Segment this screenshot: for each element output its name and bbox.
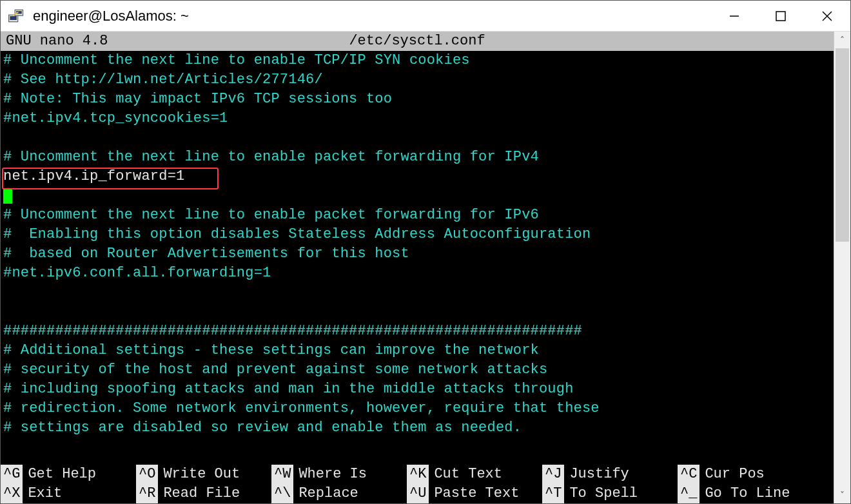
- nano-shortcut[interactable]: ^CCur Pos: [678, 465, 813, 484]
- window-controls: [711, 1, 850, 31]
- shortcut-label: Paste Text: [434, 484, 519, 503]
- client-area: GNU nano 4.8 /etc/sysctl.conf # Uncommen…: [1, 32, 850, 503]
- file-line: # Uncomment the next line to enable pack…: [1, 148, 834, 167]
- nano-header: GNU nano 4.8 /etc/sysctl.conf: [1, 32, 834, 51]
- putty-window: engineer@LosAlamos: ~ GNU nano 4.8 /etc/…: [0, 0, 851, 504]
- shortcut-key: ^U: [407, 484, 429, 503]
- file-line: # security of the host and prevent again…: [1, 360, 834, 380]
- shortcut-key: ^O: [136, 465, 158, 484]
- vertical-scrollbar[interactable]: ˄ ˅: [834, 32, 850, 503]
- file-line: # Note: This may impact IPv6 TCP session…: [1, 90, 834, 109]
- putty-icon: [7, 7, 25, 25]
- shortcut-key: ^G: [1, 465, 23, 484]
- nano-shortcut[interactable]: ^\Replace: [271, 484, 407, 503]
- file-line: # settings are disabled so review and en…: [1, 418, 834, 438]
- file-line: # Uncomment the next line to enable pack…: [1, 206, 834, 225]
- shortcut-key: ^X: [1, 484, 23, 503]
- shortcut-label: Cut Text: [434, 465, 502, 484]
- shortcut-label: Cur Pos: [705, 465, 764, 484]
- shortcut-key: ^J: [542, 465, 564, 484]
- cursor-icon: [3, 188, 12, 204]
- file-line: # Uncomment the next line to enable TCP/…: [1, 51, 834, 70]
- titlebar[interactable]: engineer@LosAlamos: ~: [1, 1, 850, 32]
- shortcut-label: Get Help: [28, 465, 96, 484]
- file-line: ########################################…: [1, 322, 834, 341]
- nano-shortcut[interactable]: ^UPaste Text: [407, 484, 542, 503]
- shortcut-label: Where Is: [298, 465, 367, 484]
- shortcut-label: To Spell: [569, 484, 638, 503]
- file-line-ipforward: net.ipv4.ip_forward=1: [1, 167, 834, 186]
- file-line: # Enabling this option disables Stateles…: [1, 225, 834, 244]
- shortcut-label: Go To Line: [705, 484, 790, 503]
- nano-shortcut[interactable]: ^KCut Text: [407, 465, 542, 484]
- nano-shortcut[interactable]: ^WWhere Is: [271, 465, 407, 484]
- nano-shortcut[interactable]: ^JJustify: [542, 465, 678, 484]
- file-line-blank: [1, 283, 834, 302]
- svg-rect-1: [10, 16, 17, 20]
- file-line: # including spoofing attacks and man in …: [1, 380, 834, 399]
- file-line: # Additional settings - these settings c…: [1, 341, 834, 360]
- shortcut-label: Replace: [298, 484, 358, 503]
- shortcut-label: Exit: [28, 484, 62, 503]
- file-line-blank: [1, 302, 834, 322]
- nano-filename: /etc/sysctl.conf: [1, 32, 834, 51]
- shortcut-key: ^C: [678, 465, 699, 484]
- cursor-line: [1, 186, 834, 206]
- nano-shortcut[interactable]: ^RRead File: [136, 484, 271, 503]
- shortcut-label: Justify: [569, 465, 629, 484]
- nano-shortcut-bar: ^GGet Help^OWrite Out^WWhere Is^KCut Tex…: [1, 465, 834, 503]
- scroll-thumb[interactable]: [836, 48, 849, 242]
- nano-shortcut[interactable]: ^XExit: [1, 484, 136, 503]
- shortcut-key: ^W: [271, 465, 293, 484]
- scroll-up-button[interactable]: ˄: [834, 32, 850, 48]
- shortcut-key: ^R: [136, 484, 158, 503]
- shortcut-key: ^\: [271, 484, 293, 503]
- shortcut-key: ^T: [542, 484, 564, 503]
- shortcut-label: Read File: [163, 484, 240, 503]
- maximize-button[interactable]: [758, 1, 804, 31]
- file-line: # based on Router Advertisements for thi…: [1, 244, 834, 264]
- file-line: # See http://lwn.net/Articles/277146/: [1, 70, 834, 90]
- close-button[interactable]: [804, 1, 850, 31]
- nano-shortcut[interactable]: ^GGet Help: [1, 465, 136, 484]
- scroll-down-button[interactable]: ˅: [834, 487, 850, 503]
- terminal[interactable]: GNU nano 4.8 /etc/sysctl.conf # Uncommen…: [1, 32, 834, 503]
- file-line-blank: [1, 128, 834, 148]
- nano-shortcut[interactable]: ^_Go To Line: [678, 484, 813, 503]
- shortcut-key: ^_: [678, 484, 699, 503]
- file-line: #net.ipv6.conf.all.forwarding=1: [1, 264, 834, 283]
- file-line: # redirection. Some network environments…: [1, 399, 834, 418]
- svg-rect-5: [776, 12, 785, 21]
- nano-shortcut[interactable]: ^TTo Spell: [542, 484, 678, 503]
- minimize-button[interactable]: [711, 1, 758, 31]
- nano-shortcut[interactable]: ^OWrite Out: [136, 465, 271, 484]
- shortcut-key: ^K: [407, 465, 429, 484]
- window-title: engineer@LosAlamos: ~: [33, 8, 711, 24]
- file-line: #net.ipv4.tcp_syncookies=1: [1, 109, 834, 128]
- shortcut-label: Write Out: [163, 465, 240, 484]
